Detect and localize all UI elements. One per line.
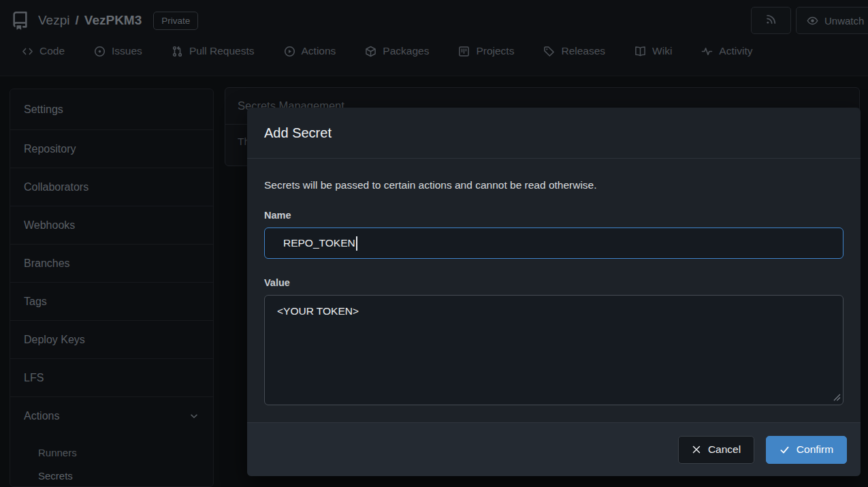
tag-icon xyxy=(543,46,555,57)
secret-value-textarea[interactable]: <YOUR TOKEN> xyxy=(264,295,843,405)
repo-header-actions: Unwatch xyxy=(751,7,868,34)
package-icon xyxy=(365,46,376,57)
text-cursor xyxy=(356,236,357,251)
rss-icon xyxy=(765,14,777,28)
tab-pull-requests[interactable]: Pull Requests xyxy=(172,45,255,57)
sidebar-item-branches[interactable]: Branches xyxy=(10,245,213,283)
x-icon xyxy=(692,445,701,454)
sidebar-item-settings[interactable]: Settings xyxy=(10,89,213,130)
sidebar-item-repository[interactable]: Repository xyxy=(10,130,213,168)
name-field-label: Name xyxy=(264,210,843,221)
tab-actions[interactable]: Actions xyxy=(284,45,336,57)
tab-releases[interactable]: Releases xyxy=(543,45,605,57)
sidebar-item-tags[interactable]: Tags xyxy=(10,283,213,321)
value-field-label: Value xyxy=(264,277,843,288)
git-pull-request-icon xyxy=(172,46,183,57)
pulse-icon xyxy=(701,46,713,57)
check-icon xyxy=(779,445,790,455)
gitea-repo-settings-page: Vezpi / VezPKM3 Private Unwatch Code Iss… xyxy=(0,0,868,487)
tab-activity[interactable]: Activity xyxy=(701,45,752,57)
modal-description: Secrets will be passed to certain action… xyxy=(264,179,843,191)
chevron-down-icon xyxy=(189,411,199,422)
textarea-resize-handle[interactable] xyxy=(832,392,841,401)
rss-feed-button[interactable] xyxy=(751,7,791,34)
add-secret-modal-header: Add Secret xyxy=(247,108,861,159)
issue-opened-icon xyxy=(94,46,106,57)
unwatch-button[interactable]: Unwatch xyxy=(796,7,868,34)
tab-wiki[interactable]: Wiki xyxy=(634,45,672,57)
repo-name-link[interactable]: VezPKM3 xyxy=(84,13,142,28)
sidebar-item-secrets[interactable]: Secrets xyxy=(10,464,213,487)
tab-projects[interactable]: Projects xyxy=(458,45,514,57)
sidebar-item-deploy-keys[interactable]: Deploy Keys xyxy=(10,321,213,359)
tab-code[interactable]: Code xyxy=(22,45,65,57)
settings-sidebar: Settings Repository Collaborators Webhoo… xyxy=(10,89,214,487)
sidebar-item-collaborators[interactable]: Collaborators xyxy=(10,168,213,206)
tab-packages[interactable]: Packages xyxy=(365,45,429,57)
secret-name-input[interactable]: REPO_TOKEN xyxy=(264,227,843,259)
repo-title: Vezpi / VezPKM3 xyxy=(38,13,142,28)
code-icon xyxy=(22,46,33,57)
confirm-button[interactable]: Confirm xyxy=(766,436,847,464)
cancel-button[interactable]: Cancel xyxy=(678,436,754,464)
sidebar-item-actions[interactable]: Actions xyxy=(10,397,213,435)
sidebar-item-webhooks[interactable]: Webhooks xyxy=(10,206,213,245)
project-board-icon xyxy=(458,46,470,57)
repo-owner-link[interactable]: Vezpi xyxy=(38,13,69,28)
sidebar-actions-submenu: Runners Secrets xyxy=(10,435,213,487)
add-secret-modal-actions: Cancel Confirm xyxy=(247,422,861,476)
unwatch-label: Unwatch xyxy=(824,15,864,27)
sidebar-item-lfs[interactable]: LFS xyxy=(10,359,213,397)
repo-title-separator: / xyxy=(75,13,78,28)
modal-title: Add Secret xyxy=(264,125,332,141)
repo-tabs: Code Issues Pull Requests Actions Packag… xyxy=(22,45,752,57)
add-secret-modal-body: Secrets will be passed to certain action… xyxy=(247,159,861,405)
sidebar-item-runners[interactable]: Runners xyxy=(10,441,213,464)
eye-icon xyxy=(807,15,818,27)
private-badge: Private xyxy=(153,12,198,30)
repo-book-icon xyxy=(11,12,29,30)
add-secret-modal: Add Secret Secrets will be passed to cer… xyxy=(247,108,861,476)
secret-name-input-value: REPO_TOKEN xyxy=(283,237,355,249)
book-open-icon xyxy=(634,46,646,57)
repo-header: Vezpi / VezPKM3 Private xyxy=(11,7,198,34)
tab-issues[interactable]: Issues xyxy=(94,45,142,57)
play-circle-icon xyxy=(284,46,295,57)
